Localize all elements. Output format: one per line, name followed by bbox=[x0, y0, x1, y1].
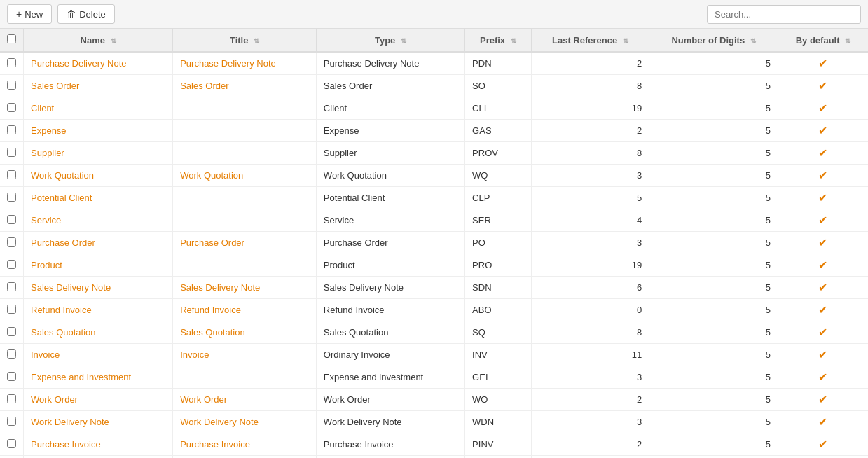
row-prefix: PO bbox=[465, 232, 532, 254]
row-by-default: ✔ bbox=[778, 209, 868, 232]
row-title[interactable]: Work Quotation bbox=[173, 165, 317, 187]
row-type: Purchase Delivery Note bbox=[316, 52, 464, 75]
select-all-checkbox[interactable] bbox=[7, 34, 16, 43]
sort-type-icon: ⇅ bbox=[401, 37, 406, 45]
row-num-digits: 5 bbox=[649, 321, 778, 344]
row-checkbox-cell bbox=[0, 254, 24, 277]
row-title[interactable]: Invoice bbox=[173, 344, 317, 366]
row-checkbox[interactable] bbox=[7, 215, 16, 224]
row-num-digits: 5 bbox=[649, 411, 778, 433]
row-by-default: ✔ bbox=[778, 299, 868, 321]
row-checkbox[interactable] bbox=[7, 58, 16, 67]
row-checkbox-cell bbox=[0, 165, 24, 187]
check-icon: ✔ bbox=[818, 349, 827, 361]
row-checkbox-cell bbox=[0, 366, 24, 389]
check-icon: ✔ bbox=[818, 147, 827, 159]
row-title[interactable]: Purchase Order bbox=[173, 232, 317, 254]
row-checkbox[interactable] bbox=[7, 81, 16, 90]
row-by-default: ✔ bbox=[778, 142, 868, 165]
row-checkbox[interactable] bbox=[7, 394, 16, 403]
row-checkbox[interactable] bbox=[7, 170, 16, 179]
row-checkbox[interactable] bbox=[7, 125, 16, 134]
row-type: Service bbox=[316, 209, 464, 232]
row-name[interactable]: Sales Quotation bbox=[24, 321, 173, 344]
row-name[interactable]: Work Quotation bbox=[24, 165, 173, 187]
table-row: ProductProductPRO195✔ bbox=[0, 254, 868, 277]
row-name[interactable]: Sales Order bbox=[24, 75, 173, 97]
row-title[interactable]: Purchase Delivery Note bbox=[173, 52, 317, 75]
row-name[interactable]: Potential Client bbox=[24, 187, 173, 209]
row-last-reference: 2 bbox=[531, 389, 649, 411]
check-icon: ✔ bbox=[818, 394, 827, 405]
row-name[interactable]: Work Delivery Note bbox=[24, 411, 173, 433]
row-name[interactable]: Purchase Delivery Note bbox=[24, 52, 173, 75]
row-last-reference: 2 bbox=[531, 433, 649, 456]
row-checkbox[interactable] bbox=[7, 148, 16, 157]
row-name[interactable]: Client bbox=[24, 97, 173, 120]
row-checkbox[interactable] bbox=[7, 305, 16, 314]
row-checkbox[interactable] bbox=[7, 103, 16, 112]
row-last-reference: 3 bbox=[531, 232, 649, 254]
row-name[interactable]: Invoice bbox=[24, 344, 173, 366]
row-name[interactable]: Work Order bbox=[24, 389, 173, 411]
row-by-default: ✔ bbox=[778, 254, 868, 277]
row-checkbox[interactable] bbox=[7, 439, 16, 448]
row-checkbox-cell bbox=[0, 299, 24, 321]
row-checkbox[interactable] bbox=[7, 417, 16, 426]
header-title[interactable]: Title ⇅ bbox=[173, 29, 317, 52]
header-prefix[interactable]: Prefix ⇅ bbox=[465, 29, 532, 52]
row-name[interactable]: Incident bbox=[24, 456, 173, 459]
row-last-reference: 19 bbox=[531, 254, 649, 277]
row-name[interactable]: Expense and Investment bbox=[24, 366, 173, 389]
new-button[interactable]: + New bbox=[7, 4, 52, 24]
table-row: Purchase InvoicePurchase InvoicePurchase… bbox=[0, 433, 868, 456]
delete-button[interactable]: 🗑 Delete bbox=[57, 4, 115, 24]
row-name[interactable]: Purchase Invoice bbox=[24, 433, 173, 456]
header-by-default[interactable]: By default ⇅ bbox=[778, 29, 868, 52]
sort-name-icon: ⇅ bbox=[111, 37, 116, 45]
row-checkbox[interactable] bbox=[7, 260, 16, 269]
row-name[interactable]: Product bbox=[24, 254, 173, 277]
row-type: Refund Invoice bbox=[316, 299, 464, 321]
row-num-digits: 5 bbox=[649, 97, 778, 120]
select-all-header[interactable] bbox=[0, 29, 24, 52]
row-name[interactable]: Expense bbox=[24, 120, 173, 142]
sequences-table: Name ⇅ Title ⇅ Type ⇅ Prefix ⇅ Last Refe… bbox=[0, 29, 868, 458]
row-checkbox-cell bbox=[0, 344, 24, 366]
header-name[interactable]: Name ⇅ bbox=[24, 29, 173, 52]
row-checkbox[interactable] bbox=[7, 327, 16, 336]
row-checkbox-cell bbox=[0, 277, 24, 299]
row-name[interactable]: Service bbox=[24, 209, 173, 232]
row-checkbox[interactable] bbox=[7, 237, 16, 247]
row-title[interactable]: Work Order bbox=[173, 389, 317, 411]
row-title[interactable]: Sales Quotation bbox=[173, 321, 317, 344]
row-checkbox[interactable] bbox=[7, 349, 16, 359]
row-num-digits: 5 bbox=[649, 433, 778, 456]
row-num-digits: 5 bbox=[649, 299, 778, 321]
table-row: Sales Delivery NoteSales Delivery NoteSa… bbox=[0, 277, 868, 299]
row-prefix: WDN bbox=[465, 411, 532, 433]
check-icon: ✔ bbox=[818, 371, 827, 383]
row-title[interactable]: Refund Invoice bbox=[173, 299, 317, 321]
row-title bbox=[173, 456, 317, 459]
row-name[interactable]: Sales Delivery Note bbox=[24, 277, 173, 299]
row-name[interactable]: Purchase Order bbox=[24, 232, 173, 254]
table-wrapper: Name ⇅ Title ⇅ Type ⇅ Prefix ⇅ Last Refe… bbox=[0, 29, 868, 458]
header-type[interactable]: Type ⇅ bbox=[316, 29, 464, 52]
row-checkbox[interactable] bbox=[7, 372, 16, 381]
row-num-digits: 5 bbox=[649, 75, 778, 97]
row-checkbox[interactable] bbox=[7, 193, 16, 202]
header-last-reference[interactable]: Last Reference ⇅ bbox=[531, 29, 649, 52]
search-input[interactable] bbox=[707, 5, 861, 24]
row-name[interactable]: Refund Invoice bbox=[24, 299, 173, 321]
row-title[interactable]: Sales Delivery Note bbox=[173, 277, 317, 299]
row-by-default: ✔ bbox=[778, 411, 868, 433]
row-title[interactable]: Purchase Invoice bbox=[173, 433, 317, 456]
row-title[interactable]: Sales Order bbox=[173, 75, 317, 97]
row-checkbox[interactable] bbox=[7, 282, 16, 291]
row-title bbox=[173, 366, 317, 389]
table-row: Refund InvoiceRefund InvoiceRefund Invoi… bbox=[0, 299, 868, 321]
row-name[interactable]: Supplier bbox=[24, 142, 173, 165]
row-title[interactable]: Work Delivery Note bbox=[173, 411, 317, 433]
header-num-digits[interactable]: Number of Digits ⇅ bbox=[649, 29, 778, 52]
